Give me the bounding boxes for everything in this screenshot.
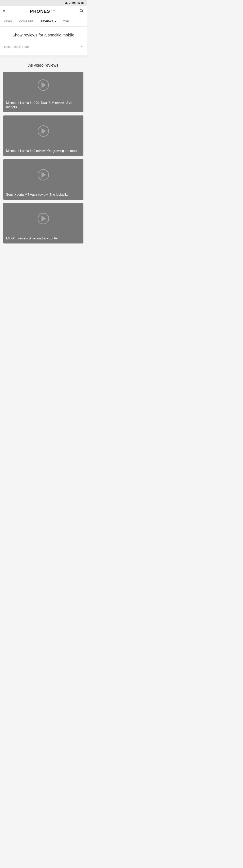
all-video-reviews-title: All video reviews <box>3 63 84 68</box>
svg-rect-4 <box>71 2 71 4</box>
all-video-reviews-section: All video reviews Microsoft Lumia 640 XL… <box>0 58 87 250</box>
mobile-name-placeholder: Insert Mobile Name <box>4 45 30 49</box>
video-title-2: Microsoft Lumia 640 review: Outgrowing t… <box>3 147 84 156</box>
play-triangle-2 <box>41 128 46 134</box>
video-title-3: Sony Xperia M4 Aqua review: The lookalik… <box>3 190 84 200</box>
video-card-3[interactable]: Sony Xperia M4 Aqua review: The lookalik… <box>3 159 84 200</box>
logo: PHONES.com <box>30 9 55 14</box>
video-card-4[interactable]: LG G4 preview: A second encounter <box>3 203 84 244</box>
battery-icon <box>72 2 77 4</box>
video-thumbnail-1 <box>3 72 84 99</box>
tab-news[interactable]: NEWS <box>0 17 16 26</box>
play-button-2 <box>38 125 49 137</box>
mobile-name-input-row[interactable]: Insert Mobile Name ▾ <box>3 43 84 51</box>
svg-rect-2 <box>69 3 70 4</box>
status-icons <box>65 2 77 4</box>
video-thumbnail-3 <box>3 159 84 190</box>
network-icon <box>69 2 71 4</box>
tab-reviews[interactable]: REVIEWS ▾ <box>37 17 60 26</box>
tab-top[interactable]: TOP <box>60 17 72 26</box>
svg-marker-0 <box>65 2 68 4</box>
show-reviews-section: Show reviews for a specific mobile <box>0 27 87 43</box>
nav-tabs: NEWS COMPARE REVIEWS ▾ TOP <box>0 17 87 27</box>
play-triangle-1 <box>41 82 46 88</box>
signal-icon <box>65 2 68 4</box>
video-card-1[interactable]: Microsoft Lumia 640 XL Dual SIM review: … <box>3 72 84 112</box>
play-button-4 <box>38 213 49 224</box>
reviews-dropdown-arrow: ▾ <box>55 21 56 23</box>
svg-rect-1 <box>69 3 69 4</box>
mobile-name-input-container: Insert Mobile Name ▾ <box>0 43 87 55</box>
play-triangle-4 <box>41 216 46 221</box>
play-button-3 <box>38 169 49 181</box>
main-content: Show reviews for a specific mobile Inser… <box>0 27 87 250</box>
status-time: 12:30 <box>78 1 84 4</box>
show-reviews-title: Show reviews for a specific mobile <box>4 32 83 38</box>
hamburger-icon[interactable]: ≡ <box>3 9 5 14</box>
video-card-2[interactable]: Microsoft Lumia 640 review: Outgrowing t… <box>3 116 84 156</box>
status-bar: 12:30 <box>0 0 87 6</box>
search-icon[interactable] <box>80 8 84 14</box>
video-thumbnail-2 <box>3 116 84 147</box>
play-button-1 <box>38 80 49 91</box>
video-title-4: LG G4 preview: A second encounter <box>3 234 84 244</box>
video-title-1: Microsoft Lumia 640 XL Dual SIM review: … <box>3 99 84 112</box>
svg-line-9 <box>82 11 83 12</box>
section-divider <box>0 55 87 58</box>
play-triangle-3 <box>41 172 46 178</box>
logo-superscript: .com <box>50 9 55 11</box>
svg-rect-7 <box>72 2 75 4</box>
svg-rect-3 <box>70 2 71 4</box>
mobile-name-dropdown-arrow: ▾ <box>81 45 83 49</box>
video-thumbnail-4 <box>3 203 84 234</box>
tab-compare[interactable]: COMPARE <box>16 17 37 26</box>
top-bar: ≡ PHONES.com <box>0 6 87 17</box>
svg-rect-6 <box>76 2 76 3</box>
